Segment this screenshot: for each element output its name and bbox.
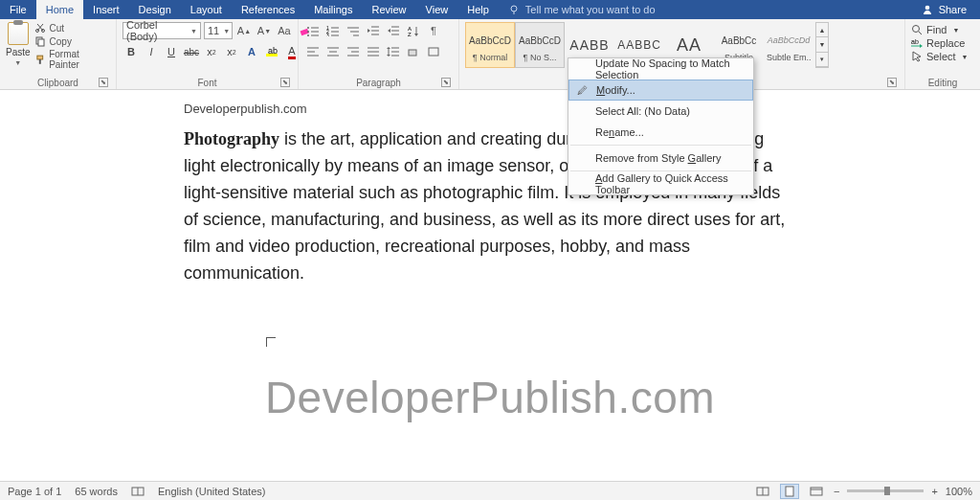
paint-bucket-icon — [407, 46, 420, 57]
clipboard-dialog-launcher[interactable]: ⬊ — [99, 78, 108, 87]
style-no-spacing[interactable]: AaBbCcD¶ No S... — [515, 22, 565, 68]
decrease-indent-button[interactable] — [365, 22, 382, 39]
underline-button[interactable]: U — [163, 43, 180, 60]
increase-indent-button[interactable] — [385, 22, 402, 39]
tab-file[interactable]: File — [0, 0, 36, 19]
bold-button[interactable]: B — [122, 43, 140, 60]
indent-icon — [387, 25, 400, 36]
highlighter-icon: ab — [265, 46, 278, 57]
zoom-level[interactable]: 100% — [946, 486, 972, 497]
shading-button[interactable] — [405, 43, 422, 60]
search-icon — [911, 24, 923, 35]
replace-icon: ab — [911, 37, 923, 49]
zoom-in-button[interactable]: + — [931, 486, 937, 497]
tell-me-search[interactable]: Tell me what you want to do — [508, 4, 656, 15]
tab-layout[interactable]: Layout — [181, 0, 232, 19]
borders-button[interactable] — [425, 43, 442, 60]
status-page[interactable]: Page 1 of 1 — [8, 486, 61, 497]
document-area[interactable]: Developerpublish.com Photography is the … — [0, 90, 980, 481]
cm-remove-gallery[interactable]: Remove from Style Gallery — [568, 148, 753, 169]
tab-design[interactable]: Design — [129, 0, 181, 19]
justify-icon — [367, 46, 380, 57]
font-size-combo[interactable]: 11▼ — [204, 22, 233, 39]
cm-separator — [570, 145, 751, 146]
svg-rect-59 — [409, 50, 416, 56]
superscript-button[interactable]: x2 — [223, 43, 240, 60]
status-bar: Page 1 of 1 65 words English (United Sta… — [0, 481, 980, 500]
line-spacing-button[interactable] — [385, 43, 402, 60]
find-button[interactable]: Find▼ — [911, 24, 969, 35]
tab-view[interactable]: View — [416, 0, 458, 19]
subscript-button[interactable]: x2 — [203, 43, 220, 60]
shrink-font-button[interactable]: A▼ — [256, 22, 273, 39]
font-dialog-launcher[interactable]: ⬊ — [280, 78, 290, 87]
style-subtle-em[interactable]: AaBbCcDdSubtle Em... — [764, 22, 813, 68]
styles-dialog-launcher[interactable]: ⬊ — [887, 78, 897, 87]
svg-marker-58 — [387, 55, 390, 57]
cm-select-all[interactable]: Select All: (No Data) — [568, 101, 753, 122]
lightbulb-icon — [508, 4, 520, 15]
tab-mailings[interactable]: Mailings — [304, 0, 362, 19]
cm-add-qat[interactable]: Add Gallery to Quick Access Toolbar — [568, 173, 753, 194]
watermark: DeveloperPublish.com — [265, 372, 715, 423]
svg-text:ab: ab — [268, 46, 278, 56]
tab-insert[interactable]: Insert — [83, 0, 129, 19]
format-painter-button[interactable]: Format Painter — [34, 49, 110, 70]
svg-marker-40 — [414, 34, 418, 36]
copy-icon — [34, 35, 46, 47]
paste-button[interactable]: Paste ▼ — [6, 22, 31, 66]
bullets-button[interactable] — [304, 22, 322, 39]
highlight-button[interactable]: ab — [263, 43, 280, 60]
share-button[interactable]: Share — [922, 4, 967, 15]
align-left-button[interactable] — [304, 43, 322, 60]
svg-text:3: 3 — [326, 33, 329, 36]
menu-tabs: File Home Insert Design Layout Reference… — [0, 0, 980, 19]
strike-button[interactable]: abc — [183, 43, 200, 60]
style-normal[interactable]: AaBbCcD¶ Normal — [465, 22, 515, 68]
tab-help[interactable]: Help — [457, 0, 499, 19]
font-name-combo[interactable]: Corbel (Body)▼ — [122, 22, 201, 39]
multilevel-button[interactable] — [345, 22, 362, 39]
svg-point-14 — [307, 27, 309, 29]
svg-point-2 — [924, 6, 929, 11]
cm-update-match[interactable]: Update No Spacing to Match Selection — [568, 58, 753, 80]
multilevel-icon — [346, 25, 360, 36]
align-center-button[interactable] — [324, 43, 342, 60]
cut-button[interactable]: Cut — [34, 22, 110, 34]
styles-more-button[interactable]: ▲▼▾ — [815, 22, 829, 68]
grow-font-button[interactable]: A▲ — [235, 22, 253, 39]
paragraph-dialog-launcher[interactable]: ⬊ — [441, 78, 451, 87]
view-read-mode[interactable] — [753, 484, 772, 499]
copy-button[interactable]: Copy — [34, 35, 110, 47]
numbering-button[interactable]: 123 — [324, 22, 342, 39]
view-print-layout[interactable] — [780, 484, 799, 499]
tab-review[interactable]: Review — [363, 0, 416, 19]
cm-rename[interactable]: Rename... — [568, 122, 753, 143]
status-words[interactable]: 65 words — [75, 486, 118, 497]
cursor-icon — [911, 51, 923, 62]
tab-references[interactable]: References — [232, 0, 304, 19]
status-spellcheck[interactable] — [131, 486, 145, 497]
tab-home[interactable]: Home — [36, 0, 83, 19]
number-list-icon: 123 — [326, 25, 340, 36]
text-effects-button[interactable]: A — [243, 43, 260, 60]
replace-button[interactable]: abReplace — [911, 37, 969, 49]
select-button[interactable]: Select▼ — [911, 51, 969, 62]
italic-button[interactable]: I — [143, 43, 160, 60]
svg-marker-36 — [388, 29, 390, 33]
svg-marker-65 — [920, 44, 923, 48]
outdent-icon — [367, 25, 380, 36]
sort-icon: AZ — [408, 25, 419, 36]
zoom-out-button[interactable]: − — [834, 486, 839, 497]
cm-modify[interactable]: 🖉Modify... — [568, 80, 753, 101]
change-case-button[interactable]: Aa — [276, 22, 293, 39]
justify-button[interactable] — [365, 43, 382, 60]
show-marks-button[interactable]: ¶ — [425, 22, 442, 39]
zoom-slider[interactable] — [847, 489, 924, 492]
group-paragraph: 123 AZ ¶ Paragraph⬊ — [299, 19, 459, 89]
sort-button[interactable]: AZ — [405, 22, 422, 39]
align-right-button[interactable] — [345, 43, 362, 60]
view-web-layout[interactable] — [807, 484, 826, 499]
person-icon — [922, 4, 933, 15]
status-language[interactable]: English (United States) — [158, 486, 266, 497]
